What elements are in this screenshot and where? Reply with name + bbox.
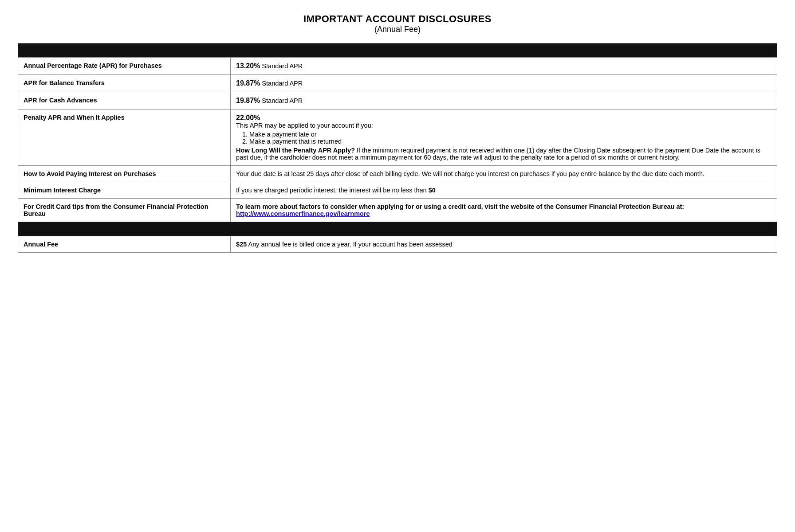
section2-header-cell bbox=[18, 222, 777, 236]
table-row: Penalty APR and When It Applies 22.00% T… bbox=[18, 110, 777, 166]
table-row: APR for Cash Advances 19.87% Standard AP… bbox=[18, 92, 777, 110]
annual-fee-label: Annual Fee bbox=[18, 236, 231, 253]
cfpb-bold-text: To learn more about factors to consider … bbox=[236, 203, 684, 217]
apr-cash-value: 19.87% Standard APR bbox=[231, 92, 777, 110]
penalty-apr-label: Penalty APR and When It Applies bbox=[18, 110, 231, 166]
min-interest-amount: $0 bbox=[429, 187, 436, 194]
penalty-intro-text: This APR may be applied to your account … bbox=[236, 122, 771, 129]
cfpb-label: For Credit Card tips from the Consumer F… bbox=[18, 199, 231, 222]
table-row: Annual Percentage Rate (APR) for Purchas… bbox=[18, 58, 777, 75]
apr-cash-rate: 19.87% bbox=[236, 97, 260, 104]
table-row: For Credit Card tips from the Consumer F… bbox=[18, 199, 777, 222]
table-row: How to Avoid Paying Interest on Purchase… bbox=[18, 166, 777, 182]
penalty-rate: 22.00% bbox=[236, 114, 260, 121]
min-interest-label: Minimum Interest Charge bbox=[18, 182, 231, 199]
table-row: Minimum Interest Charge If you are charg… bbox=[18, 182, 777, 199]
table-row: Annual Fee $25 Any annual fee is billed … bbox=[18, 236, 777, 253]
penalty-body-text: How Long Will the Penalty APR Apply? If … bbox=[236, 147, 771, 161]
annual-fee-value: $25 Any annual fee is billed once a year… bbox=[231, 236, 777, 253]
avoid-interest-value: Your due date is at least 25 days after … bbox=[231, 166, 777, 182]
penalty-item-2: Make a payment that is returned bbox=[249, 138, 771, 145]
annual-fee-amount: $25 bbox=[236, 241, 247, 248]
cfpb-link[interactable]: http://www.consumerfinance.gov/learnmore bbox=[236, 210, 370, 217]
section1-header-cell bbox=[18, 43, 777, 58]
page-title: IMPORTANT ACCOUNT DISCLOSURES bbox=[18, 13, 777, 25]
apr-balance-value: 19.87% Standard APR bbox=[231, 75, 777, 92]
apr-cash-label: APR for Cash Advances bbox=[18, 92, 231, 110]
section2-header-row bbox=[18, 222, 777, 236]
avoid-interest-label: How to Avoid Paying Interest on Purchase… bbox=[18, 166, 231, 182]
penalty-item-1: Make a payment late or bbox=[249, 131, 771, 138]
penalty-apr-value: 22.00% This APR may be applied to your a… bbox=[231, 110, 777, 166]
apr-balance-label: APR for Balance Transfers bbox=[18, 75, 231, 92]
disclosure-table: Annual Percentage Rate (APR) for Purchas… bbox=[18, 43, 777, 253]
section1-header-row bbox=[18, 43, 777, 58]
penalty-bold-phrase: How Long Will the Penalty APR Apply? bbox=[236, 147, 355, 154]
min-interest-value: If you are charged periodic interest, th… bbox=[231, 182, 777, 199]
apr-purchases-rate: 13.20% bbox=[236, 62, 260, 70]
apr-purchases-value: 13.20% Standard APR bbox=[231, 58, 777, 75]
apr-purchases-label: Annual Percentage Rate (APR) for Purchas… bbox=[18, 58, 231, 75]
table-row: APR for Balance Transfers 19.87% Standar… bbox=[18, 75, 777, 92]
apr-balance-rate: 19.87% bbox=[236, 79, 260, 87]
cfpb-value: To learn more about factors to consider … bbox=[231, 199, 777, 222]
page-subtitle: (Annual Fee) bbox=[18, 25, 777, 34]
